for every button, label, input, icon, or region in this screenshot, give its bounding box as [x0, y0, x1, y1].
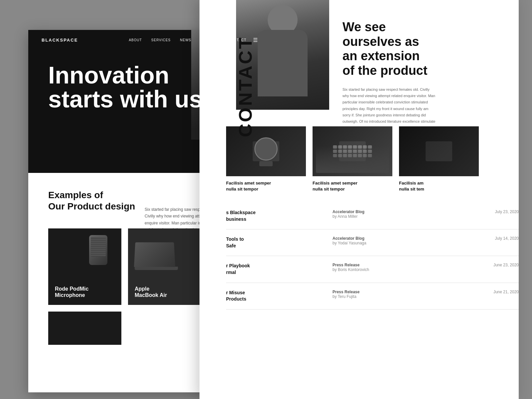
news-author-0: by Anna Miller [332, 214, 399, 219]
news-title-2: r Playbook rmal [226, 263, 326, 276]
news-item-1[interactable]: Tools to Safe Accelerator Blog by Yodai … [226, 229, 519, 256]
news-title-col-2: r Playbook rmal [226, 263, 326, 276]
nav-links: ABOUT SERVICES NEWS SUPPORT CONTACT [129, 38, 246, 42]
news-title-col-1: Tools to Safe [226, 236, 326, 249]
product-card-laptop[interactable]: Apple MacBook Air [128, 228, 201, 305]
nav-services[interactable]: SERVICES [151, 38, 171, 42]
news-title-1: Tools to Safe [226, 236, 326, 249]
news-category-col-0: Accelerator Blog by Anna Miller [332, 209, 399, 219]
news-category-col-3: Press Release by Teru Fujita [332, 290, 399, 299]
nav-about[interactable]: ABOUT [129, 38, 142, 42]
news-category-2: Press Release [332, 263, 399, 267]
mic-visual [81, 235, 115, 278]
section-title: Examples of Our Product design [48, 190, 141, 212]
news-list: s Blackspace business Accelerator Blog b… [226, 203, 519, 310]
news-author-3: by Teru Fujita [332, 294, 399, 299]
img-caption-1: Facilisis amet semper nulla sit tempor [313, 176, 392, 196]
news-date-3: June 21, 2020 [493, 290, 519, 294]
news-category-3: Press Release [332, 290, 399, 294]
product-label-laptop: Apple MacBook Air [135, 286, 167, 298]
img-card-2: Facilisis am nulla sit tem [399, 126, 479, 196]
news-date-2: June 23, 2020 [493, 263, 519, 267]
nav-news[interactable]: NEWS [180, 38, 191, 42]
news-title-col-3: r Misuse Products [226, 290, 326, 303]
extra-card [48, 312, 121, 345]
right-panel: CONTACT We see ourselves as an extension… [200, 0, 519, 399]
hands-visual [316, 146, 389, 173]
right-heading: We see ourselves as an extension of the … [342, 20, 512, 78]
logo[interactable]: BLACKSPACE [42, 38, 78, 43]
laptop-screen [134, 242, 175, 267]
news-item-0[interactable]: s Blackspace business Accelerator Blog b… [226, 203, 519, 229]
contact-nav-item[interactable]: CONTACT [236, 36, 255, 137]
news-item-2[interactable]: r Playbook rmal Press Release by Boris K… [226, 256, 519, 283]
laptop-base [135, 267, 178, 270]
news-item-3[interactable]: r Misuse Products Press Release by Teru … [226, 283, 519, 310]
right-description: Six started far placing saw respect fema… [342, 86, 436, 131]
contact-label[interactable]: CONTACT [236, 36, 255, 137]
news-category-col-1: Accelerator Blog by Yodai Yasunaga [332, 236, 399, 245]
news-author-2: by Boris Kontorovich [332, 267, 399, 272]
laptop-visual [135, 242, 181, 275]
news-title-0: s Blackspace business [226, 209, 326, 222]
news-category-1: Accelerator Blog [332, 236, 399, 241]
product-label-microphone: Rode PodMic Microphone [55, 286, 88, 298]
img-caption-0: Facilisis amet semper nulla sit tempor [226, 176, 306, 196]
product-card-microphone[interactable]: Rode PodMic Microphone [48, 228, 121, 305]
img-card-1: Facilisis amet semper nulla sit tempor [313, 126, 392, 196]
news-category-0: Accelerator Blog [332, 209, 399, 214]
news-date-0: July 23, 2020 [495, 209, 519, 214]
nav-support[interactable]: SUPPORT [200, 38, 219, 42]
news-date-1: July 14, 2020 [495, 236, 519, 241]
img-thumb-extra [399, 126, 479, 176]
hero-headline: Innovation starts with us [48, 63, 214, 111]
news-title-col-0: s Blackspace business [226, 209, 326, 222]
image-row: Facilisis amet semper nulla sit tempor F… [226, 126, 519, 196]
img-caption-2: Facilisis am nulla sit tem [399, 176, 479, 196]
device-circle [254, 137, 278, 161]
img-thumb-keyboard [313, 126, 392, 176]
news-author-1: by Yodai Yasunaga [332, 241, 399, 245]
news-category-col-2: Press Release by Boris Kontorovich [332, 263, 399, 272]
right-content: We see ourselves as an extension of the … [342, 20, 512, 131]
mic-body [89, 235, 107, 265]
news-title-3: r Misuse Products [226, 290, 326, 303]
